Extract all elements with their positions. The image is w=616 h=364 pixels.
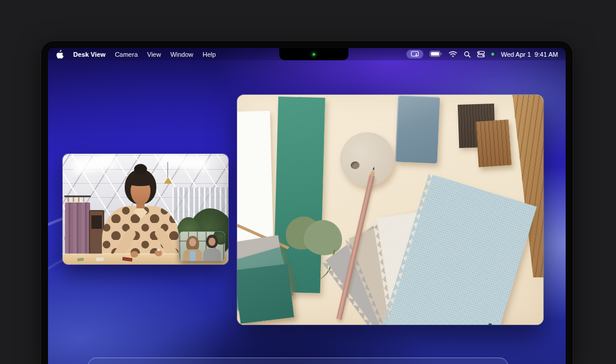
laptop-bezel: Desk View Camera View Window Help [41,41,573,364]
clock-date: Wed Apr 1 [501,51,531,58]
presenter-face [131,179,150,205]
clothing-rack [65,202,90,261]
camera-in-use-dot [491,53,494,56]
clock-time: 9:41 AM [535,51,558,58]
dock[interactable] [88,358,508,364]
dark-teal-sample-card [237,264,294,324]
pip-man-face [208,238,215,246]
pendant-lamp [164,177,172,184]
camera-indicator-light [313,53,315,56]
pip-man-body [203,249,221,261]
pip-woman-face [189,238,196,246]
desk-object-card [96,257,104,261]
pip-woman-body [183,249,202,261]
wifi-icon[interactable] [449,51,457,57]
facetime-call-window[interactable] [63,154,228,265]
spotlight-search-icon[interactable] [464,51,471,58]
laptop-screen: Desk View Camera View Window Help [48,48,566,364]
apple-menu-icon[interactable] [56,50,64,59]
brown-wood-sample [475,119,511,167]
felt-coaster [340,132,394,186]
macbook-pro: Desk View Camera View Window Help [0,0,616,364]
menu-view[interactable]: View [147,51,161,58]
blue-gray-glazed-tile [395,95,440,163]
camera-notch [279,48,348,60]
menu-app-name[interactable]: Desk View [73,51,105,58]
desk-view-window[interactable] [237,95,543,325]
control-center-icon[interactable] [477,51,485,57]
menu-bar-clock[interactable]: Wed Apr 1 9:41 AM [501,51,558,58]
battery-icon[interactable] [430,51,442,57]
desk-view-status-icon[interactable] [406,50,423,59]
menu-window[interactable]: Window [170,51,193,58]
menu-help[interactable]: Help [203,51,216,58]
pip-participants-tile[interactable] [179,232,225,261]
menu-camera[interactable]: Camera [115,51,138,58]
